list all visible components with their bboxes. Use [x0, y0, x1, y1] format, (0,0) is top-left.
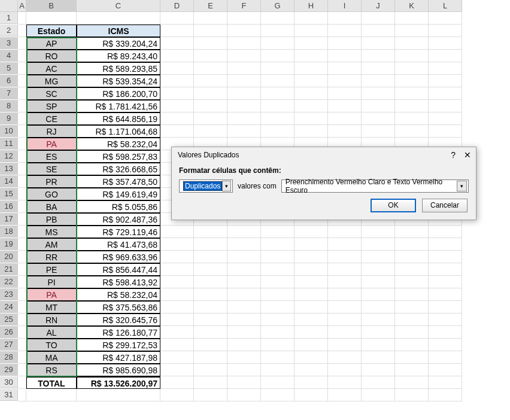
cell-A29[interactable]	[18, 364, 26, 376]
cell-H31[interactable]	[295, 389, 328, 401]
cell-E28[interactable]	[194, 351, 227, 364]
cell-B7[interactable]: SC	[26, 87, 77, 100]
cell-F20[interactable]	[227, 251, 261, 263]
cell-E8[interactable]	[194, 100, 227, 112]
cell-J24[interactable]	[362, 301, 395, 314]
cell-H2[interactable]	[295, 25, 328, 37]
cell-I7[interactable]	[328, 87, 362, 100]
cell-F1[interactable]	[227, 12, 261, 25]
cell-C16[interactable]: R$ 5.055,86	[77, 200, 160, 213]
cell-H18[interactable]	[295, 226, 328, 238]
cell-H21[interactable]	[295, 263, 328, 276]
cell-K26[interactable]	[395, 326, 429, 339]
row-header-17[interactable]: 17	[0, 213, 18, 225]
cell-H10[interactable]	[295, 125, 328, 138]
column-header-H[interactable]: H	[295, 0, 328, 12]
cell-I3[interactable]	[328, 37, 362, 50]
cell-C2[interactable]: ICMS	[77, 25, 160, 37]
cell-K27[interactable]	[395, 339, 429, 351]
cell-C21[interactable]: R$ 856.447,44	[77, 263, 160, 276]
cell-B4[interactable]: RO	[26, 50, 77, 62]
cell-J3[interactable]	[362, 37, 395, 50]
cell-L26[interactable]	[429, 326, 462, 339]
cell-D27[interactable]	[160, 339, 194, 351]
cell-J4[interactable]	[362, 50, 395, 62]
cell-A23[interactable]	[18, 288, 26, 301]
cell-C1[interactable]	[77, 12, 160, 25]
cell-K5[interactable]	[395, 62, 429, 75]
cell-K3[interactable]	[395, 37, 429, 50]
cell-L9[interactable]	[429, 112, 462, 125]
cell-C31[interactable]	[77, 389, 160, 401]
cell-K6[interactable]	[395, 75, 429, 87]
cell-A15[interactable]	[18, 188, 26, 200]
row-header-12[interactable]: 12	[0, 150, 18, 162]
cell-H27[interactable]	[295, 339, 328, 351]
cell-L18[interactable]	[429, 226, 462, 238]
cell-I29[interactable]	[328, 364, 362, 376]
cell-C29[interactable]: R$ 985.690,98	[77, 364, 160, 376]
cell-A3[interactable]	[18, 37, 26, 50]
cell-B8[interactable]: SP	[26, 100, 77, 112]
cell-F10[interactable]	[227, 125, 261, 138]
cell-I1[interactable]	[328, 12, 362, 25]
cell-F24[interactable]	[227, 301, 261, 314]
cell-C14[interactable]: R$ 357.478,50	[77, 175, 160, 188]
cell-A31[interactable]	[18, 389, 26, 401]
cell-A26[interactable]	[18, 326, 26, 339]
cell-H25[interactable]	[295, 314, 328, 326]
cell-B1[interactable]	[26, 12, 77, 25]
cell-C27[interactable]: R$ 299.172,53	[77, 339, 160, 351]
cell-J1[interactable]	[362, 12, 395, 25]
column-header-I[interactable]: I	[328, 0, 362, 12]
cell-A16[interactable]	[18, 200, 26, 213]
row-header-31[interactable]: 31	[0, 389, 18, 401]
cell-A14[interactable]	[18, 175, 26, 188]
cell-J31[interactable]	[362, 389, 395, 401]
cell-G30[interactable]	[261, 376, 295, 389]
cell-B14[interactable]: PR	[26, 175, 77, 188]
column-header-K[interactable]: K	[395, 0, 429, 12]
row-header-1[interactable]: 1	[0, 12, 18, 24]
cell-G31[interactable]	[261, 389, 295, 401]
cell-B23[interactable]: PA	[26, 288, 77, 301]
cell-E31[interactable]	[194, 389, 227, 401]
cell-J2[interactable]	[362, 25, 395, 37]
cell-J20[interactable]	[362, 251, 395, 263]
cell-I18[interactable]	[328, 226, 362, 238]
cell-B21[interactable]: PE	[26, 263, 77, 276]
row-header-9[interactable]: 9	[0, 112, 18, 124]
cell-E19[interactable]	[194, 238, 227, 251]
cell-C26[interactable]: R$ 126.180,77	[77, 326, 160, 339]
cell-C7[interactable]: R$ 186.200,70	[77, 87, 160, 100]
cell-E20[interactable]	[194, 251, 227, 263]
cell-H26[interactable]	[295, 326, 328, 339]
cancel-button[interactable]: Cancelar	[422, 199, 468, 212]
cell-F27[interactable]	[227, 339, 261, 351]
row-header-28[interactable]: 28	[0, 351, 18, 363]
cell-B19[interactable]: AM	[26, 238, 77, 251]
row-header-8[interactable]: 8	[0, 100, 18, 112]
cell-A13[interactable]	[18, 163, 26, 175]
cell-H29[interactable]	[295, 364, 328, 376]
cell-G25[interactable]	[261, 314, 295, 326]
row-header-22[interactable]: 22	[0, 276, 18, 288]
cell-D24[interactable]	[160, 301, 194, 314]
cell-E27[interactable]	[194, 339, 227, 351]
cell-B30[interactable]: TOTAL	[26, 376, 77, 389]
row-header-6[interactable]: 6	[0, 75, 18, 87]
cell-L24[interactable]	[429, 301, 462, 314]
cell-I30[interactable]	[328, 376, 362, 389]
cell-I21[interactable]	[328, 263, 362, 276]
cell-F4[interactable]	[227, 50, 261, 62]
cell-J9[interactable]	[362, 112, 395, 125]
cell-B22[interactable]: PI	[26, 276, 77, 288]
row-header-29[interactable]: 29	[0, 364, 18, 376]
row-header-14[interactable]: 14	[0, 175, 18, 187]
cell-C25[interactable]: R$ 320.645,76	[77, 314, 160, 326]
cell-L8[interactable]	[429, 100, 462, 112]
cell-L7[interactable]	[429, 87, 462, 100]
column-header-B[interactable]: B	[26, 0, 77, 12]
cell-H4[interactable]	[295, 50, 328, 62]
cell-H19[interactable]	[295, 238, 328, 251]
